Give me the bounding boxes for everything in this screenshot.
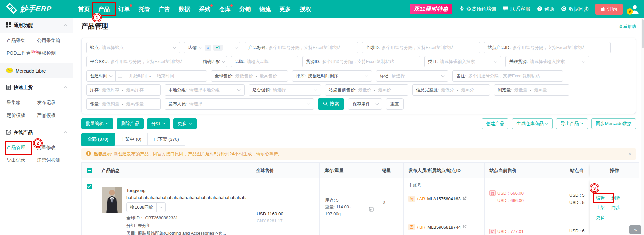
category-select[interactable]: 类目:请选择或输入搜索	[424, 56, 501, 67]
product-image[interactable]	[102, 187, 122, 213]
sidebar-item-product-management[interactable]: 产品管理 2	[0, 141, 35, 154]
group-button[interactable]: 分组	[147, 118, 170, 129]
product-title-input[interactable]: 产品标题:多个用逗号分隔，支持Excel复制粘贴	[245, 42, 358, 53]
nav-item-auth[interactable]: 授权	[295, 3, 315, 15]
chevron-up-icon[interactable]	[64, 131, 67, 134]
create-product-button[interactable]: 创建产品	[482, 118, 508, 129]
date-range-picker[interactable]: 创建时间 开始时间 - 结束时间	[86, 70, 207, 82]
more-actions-button[interactable]: 更多	[173, 118, 197, 129]
global-id-input[interactable]: 全球ID:多个用逗号分隔，支持Excel复制粘贴	[362, 42, 480, 53]
nav-item-warehouse[interactable]: 仓库	[215, 3, 235, 15]
search-1688-button[interactable]: 搜1688同款	[126, 202, 166, 212]
list-link[interactable]: 上架	[596, 205, 611, 211]
views-range[interactable]: 浏览量:最低量-最高量	[494, 84, 569, 96]
sidebar-section-quick-listing[interactable]: 快速上货	[0, 80, 73, 95]
global-price-range[interactable]: 全球售价:最低售价-最高售价	[211, 70, 288, 82]
sidebar-item-banned-words[interactable]: 违禁词检测	[35, 154, 73, 167]
product-title-line2[interactable]: hahahahahahahahahahahahahahahahahahahaha…	[126, 194, 246, 201]
select-all-checkbox[interactable]	[87, 168, 92, 173]
sidebar-item-collect-box[interactable]: 采集箱	[0, 96, 35, 109]
exact-match-select[interactable]: 精确匹配	[199, 56, 227, 67]
reset-button[interactable]: 重置	[386, 98, 404, 110]
nav-item-distribution[interactable]: 分销	[235, 3, 255, 15]
contact-support-link[interactable]: 联系客服	[503, 6, 530, 12]
promo-select[interactable]: 是否促销:请选择	[249, 84, 321, 96]
tab-listed[interactable]: 上架中 (0)	[115, 133, 148, 146]
chevron-up-icon[interactable]	[64, 24, 67, 27]
save-condition-button[interactable]: 保存条件	[348, 98, 382, 110]
brand-input[interactable]: 品牌:请输入品牌	[231, 56, 298, 67]
completeness-range[interactable]: 信息完整度:最低分-最高分	[412, 84, 490, 96]
sidebar-section-common[interactable]: 通用功能	[0, 18, 73, 33]
menu-collapse-icon[interactable]	[60, 5, 66, 13]
nav-item-data[interactable]: 数据	[174, 3, 195, 15]
sidebar-item-export-records[interactable]: 导出记录	[0, 154, 35, 167]
sidebar-item-public-collect-box[interactable]: 公用采集箱	[35, 34, 73, 47]
site-id-link[interactable]: MLB5906818744	[427, 225, 461, 230]
external-link-icon[interactable]	[463, 196, 467, 201]
tab-delisted[interactable]: 已下架 (370)	[148, 133, 185, 146]
nav-item-more[interactable]: 更多	[275, 3, 295, 15]
user-avatar[interactable]: V	[629, 4, 639, 14]
local-group-select[interactable]: 本地分组:请选择本地分组	[165, 84, 245, 96]
site-product-id-input[interactable]: 站点产品ID:多个用逗号分隔，支持Excel复制粘贴	[484, 42, 611, 53]
mark-select[interactable]: 标记:请选择	[376, 70, 448, 82]
publisher-select[interactable]: 发布人员:请选择	[165, 98, 314, 110]
sales-range[interactable]: 销量:最低销量-最高销量	[86, 98, 161, 110]
related-source-select[interactable]: 关联货源:请选择或输入搜索	[505, 56, 589, 67]
sidebar-item-pod-workbench[interactable]: POD工作台Beta	[0, 47, 35, 60]
nav-item-home[interactable]: 首页	[74, 3, 94, 15]
sidebar-item-infringement-check[interactable]: 侵权检测	[35, 47, 73, 60]
sync-mercado-button[interactable]: 同步Mercado数据	[591, 118, 636, 129]
platform-sku-input[interactable]: 平台SKU:多个用逗号分隔，支持Excel复制粘贴精确匹配	[86, 56, 227, 67]
sidebar-item-product-collect[interactable]: 产品采集	[0, 34, 35, 47]
nav-item-product[interactable]: 产品 1	[94, 3, 114, 15]
sidebar-item-publish-records[interactable]: 发布记录	[35, 96, 73, 109]
sync-link[interactable]: 同步	[611, 205, 627, 211]
shop-tag-x[interactable]: x	[205, 45, 211, 51]
export-products-button[interactable]: 导出产品	[556, 118, 588, 129]
sidebar-item-pricing-template[interactable]: 定价模板	[0, 109, 35, 122]
stock-range[interactable]: 库存:最低库存-最高库存	[86, 84, 161, 96]
app-logo[interactable]: 妙手ERP	[6, 3, 52, 15]
nav-item-ads[interactable]: 广告	[154, 3, 174, 15]
more-link[interactable]: 更多	[596, 215, 611, 221]
nav-item-orders[interactable]: 订单	[114, 3, 134, 15]
delete-products-button[interactable]: 删除产品	[117, 118, 144, 129]
search-button[interactable]: 搜索	[318, 98, 344, 110]
scrollbar-thumb[interactable]	[642, 19, 644, 48]
edit-weight-icon[interactable]	[369, 207, 374, 214]
source-id-input[interactable]: 货源ID:多个用逗号分隔，支持Excel复制粘贴	[302, 56, 420, 67]
edit-link[interactable]: 编辑	[596, 195, 605, 200]
help-link-nav[interactable]: ? 帮助	[537, 6, 554, 12]
remark-input[interactable]: 备注:多个用逗号分隔，支持Excel复制粘贴	[452, 70, 563, 82]
view-help-link[interactable]: 查看帮助	[619, 23, 636, 30]
nav-item-logistics[interactable]: 物流	[255, 3, 275, 15]
site-price-range[interactable]: 站点当前售价:最低价-最高价	[325, 84, 408, 96]
close-icon[interactable]: ×	[628, 151, 631, 157]
external-link-icon[interactable]	[463, 225, 467, 230]
vertical-scrollbar[interactable]	[641, 18, 644, 235]
tab-all[interactable]: 全部 (370)	[81, 133, 115, 146]
nav-item-purchase[interactable]: 采购	[195, 3, 215, 15]
bulk-edit-button[interactable]: 批量编辑	[81, 118, 113, 129]
shop-select[interactable]: 店铺x+1	[184, 42, 240, 53]
sidebar-item-product-template[interactable]: 产品模板	[35, 109, 73, 122]
row-checkbox[interactable]	[87, 184, 92, 189]
data-sync-link[interactable]: 数据同步	[561, 6, 589, 12]
delete-link[interactable]: 删除	[611, 195, 627, 201]
chevron-up-icon[interactable]	[64, 86, 67, 89]
product-title-line1[interactable]: Tongyong--	[126, 187, 246, 194]
promo-badge[interactable]: 双11限时特惠	[410, 4, 452, 14]
sort-select[interactable]: 排序:按创建时间倒序	[292, 70, 372, 82]
generate-warehouse-button[interactable]: 生成仓库商品	[512, 118, 553, 129]
site-id-link[interactable]: MLA1575604163	[427, 196, 461, 201]
sidebar-section-mercado[interactable]: Mercado Libre	[0, 63, 73, 78]
scroll-right-button[interactable]: »	[629, 225, 641, 234]
training-link[interactable]: 免费预约培训	[459, 6, 496, 12]
sidebar-section-online-products[interactable]: 在线产品	[0, 125, 73, 140]
shop-tag-more[interactable]: +1	[213, 45, 223, 51]
order-button[interactable]: 订购	[595, 4, 623, 15]
nav-item-hosting[interactable]: 托管	[134, 3, 154, 15]
site-select[interactable]: 站点:请选择站点	[86, 42, 180, 53]
